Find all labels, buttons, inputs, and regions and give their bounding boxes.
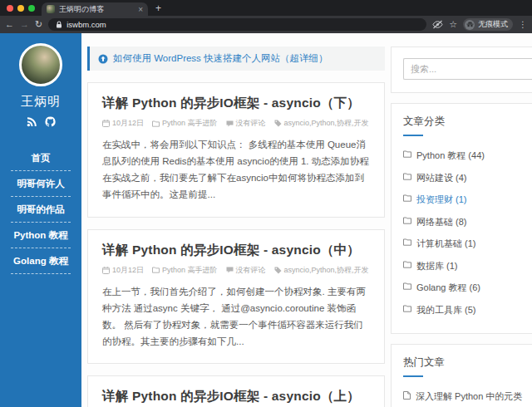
category-item[interactable]: 数据库 (1)	[403, 255, 532, 277]
blog-page: 王炳明 首页 明哥何许人 明哥的作品 Python 教程 Golang 教程 如…	[0, 33, 532, 407]
tab-title: 王炳明の博客	[59, 4, 134, 15]
tag-icon	[274, 267, 282, 274]
category-item[interactable]: Python 教程 (44)	[403, 145, 532, 167]
category-item[interactable]: 网络基础 (8)	[403, 211, 532, 233]
pinned-announcement[interactable]: 如何使用 WordPress 快速搭建个人网站（超详细）	[87, 47, 385, 71]
bookmark-star-icon[interactable]: ☆	[449, 20, 457, 29]
post-tags[interactable]: asyncio,Python,协程,开发	[284, 118, 369, 129]
sidebar-nav: 首页 明哥何许人 明哥的作品 Python 教程 Golang 教程	[0, 145, 81, 274]
nav-item-home[interactable]: 首页	[11, 145, 71, 171]
incognito-badge[interactable]: 无痕模式	[463, 18, 513, 31]
new-tab-button[interactable]: +	[148, 2, 161, 16]
folder-icon	[152, 120, 160, 127]
post-title[interactable]: 详解 Python 的异步IO框架 - asyncio（下）	[102, 95, 370, 112]
post-excerpt: 在上一节，我们首先介绍了，如何创建一个协程对象. 主要有两种方法 通过async…	[102, 283, 370, 351]
post-meta: 10月12日 Python 高手进阶 没有评论 asyncio,Python,协…	[102, 265, 370, 276]
post-list: 如何使用 WordPress 快速搭建个人网站（超详细） 详解 Python 的…	[87, 47, 385, 407]
post-card: 详解 Python 的异步IO框架 - asyncio（上） 10月12日 Py…	[87, 375, 385, 407]
rss-icon[interactable]	[27, 116, 37, 127]
nav-item-about[interactable]: 明哥何许人	[11, 171, 71, 197]
hot-articles-widget: 热门文章 深入理解 Python 中的元类 如何使用 WordPress 快速搭…	[391, 344, 532, 407]
calendar-icon	[102, 120, 110, 127]
incognito-label: 无痕模式	[478, 19, 508, 30]
window-controls[interactable]	[0, 5, 42, 16]
incognito-avatar-icon	[465, 20, 475, 30]
profile-avatar[interactable]	[19, 43, 62, 86]
announcement-text: 如何使用 WordPress 快速搭建个人网站（超详细）	[113, 52, 328, 65]
post-category[interactable]: Python 高手进阶	[162, 118, 218, 129]
folder-icon	[152, 267, 160, 273]
browser-chrome: 王炳明の博客 × + ← → ↻ iswbm.com ☆ 无痕模式 ⋮	[0, 0, 532, 33]
post-date: 10月12日	[112, 118, 144, 129]
nav-item-works[interactable]: 明哥的作品	[11, 197, 71, 223]
back-icon[interactable]: ←	[5, 20, 14, 29]
address-bar[interactable]: iswbm.com	[48, 18, 426, 31]
right-sidebar: 文章分类 Python 教程 (44) 网站建设 (4) 投资理财 (1) 网络…	[391, 47, 532, 407]
url-text: iswbm.com	[66, 20, 106, 29]
comment-icon	[226, 267, 234, 273]
category-item[interactable]: 网站建设 (4)	[403, 167, 532, 189]
categories-title: 文章分类	[403, 115, 532, 129]
browser-tab[interactable]: 王炳明の博客 ×	[42, 2, 148, 16]
close-window-button[interactable]	[7, 5, 13, 12]
hot-articles-list: 深入理解 Python 中的元类 如何使用 WordPress 快速搭建个人网站…	[403, 385, 532, 407]
nav-item-golang[interactable]: Golang 教程	[11, 248, 71, 274]
browser-menu-icon[interactable]: ⋮	[519, 20, 527, 29]
tab-close-icon[interactable]: ×	[138, 5, 143, 14]
post-card: 详解 Python 的异步IO框架 - asyncio（下） 10月12日 Py…	[87, 82, 385, 218]
nav-item-python[interactable]: Python 教程	[11, 223, 71, 248]
categories-list: Python 教程 (44) 网站建设 (4) 投资理财 (1) 网络基础 (8…	[403, 145, 532, 321]
tab-strip: 王炳明の博客 × +	[0, 0, 532, 16]
post-meta: 10月12日 Python 高手进阶 没有评论 asyncio,Python,协…	[102, 118, 370, 129]
left-sidebar: 王炳明 首页 明哥何许人 明哥的作品 Python 教程 Golang 教程	[0, 33, 81, 407]
calendar-icon	[102, 267, 110, 274]
post-tags[interactable]: asyncio,Python,协程,开发	[284, 265, 369, 276]
post-date: 10月12日	[112, 265, 144, 276]
post-comments[interactable]: 没有评论	[236, 118, 266, 129]
category-item[interactable]: 投资理财 (1)	[403, 189, 532, 211]
minimize-window-button[interactable]	[17, 5, 24, 12]
search-widget	[391, 47, 532, 93]
browser-toolbar: ← → ↻ iswbm.com ☆ 无痕模式 ⋮	[0, 16, 532, 33]
title-underline	[403, 135, 423, 136]
comment-icon	[226, 120, 234, 127]
post-card: 详解 Python 的异步IO框架 - asyncio（中） 10月12日 Py…	[87, 229, 385, 365]
forward-icon[interactable]: →	[20, 20, 29, 29]
post-title[interactable]: 详解 Python 的异步IO框架 - asyncio（中）	[102, 242, 370, 259]
lock-icon	[56, 21, 62, 28]
zoom-window-button[interactable]	[28, 5, 35, 12]
category-item[interactable]: 我的工具库 (5)	[403, 299, 532, 321]
categories-widget: 文章分类 Python 教程 (44) 网站建设 (4) 投资理财 (1) 网络…	[391, 103, 532, 334]
hot-article-item[interactable]: 深入理解 Python 中的元类	[403, 385, 532, 407]
category-item[interactable]: Golang 教程 (6)	[403, 277, 532, 299]
category-item[interactable]: 计算机基础 (1)	[403, 233, 532, 255]
post-excerpt: 在实战中，将会用到以下知识点： 多线程的基本使用 Queue消息队列的使用 Re…	[102, 136, 370, 204]
post-comments[interactable]: 没有评论	[236, 265, 266, 276]
github-icon[interactable]	[45, 116, 56, 127]
site-favicon	[47, 5, 55, 13]
author-name: 王炳明	[0, 94, 81, 110]
tag-icon	[274, 120, 282, 127]
reload-icon[interactable]: ↻	[35, 20, 42, 29]
post-title[interactable]: 详解 Python 的异步IO框架 - asyncio（上）	[102, 388, 370, 405]
title-underline	[403, 375, 423, 377]
eye-off-icon[interactable]	[432, 20, 443, 29]
search-input[interactable]	[403, 58, 532, 80]
hot-articles-title: 热门文章	[403, 356, 532, 370]
post-category[interactable]: Python 高手进阶	[162, 265, 218, 276]
arrow-up-circle-icon	[98, 54, 108, 64]
